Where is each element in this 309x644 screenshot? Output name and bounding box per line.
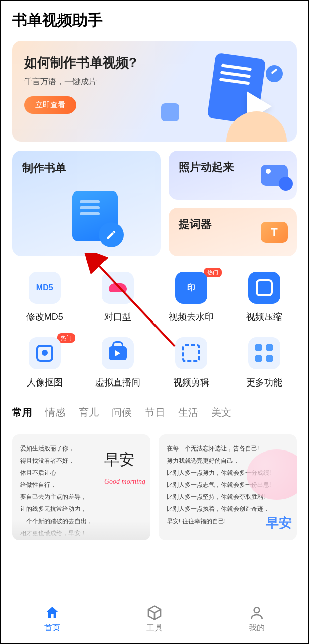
tab-parenting[interactable]: 育儿 <box>79 406 99 419</box>
animate-photo-card[interactable]: 照片动起来 <box>169 151 297 200</box>
make-booklist-card[interactable]: 制作书单 <box>12 151 161 256</box>
home-icon <box>44 605 60 621</box>
tool-more[interactable]: 更多功能 <box>228 337 301 389</box>
tool-label: 修改MD5 <box>26 311 63 323</box>
teleprompter-icon: T <box>261 222 288 243</box>
banner-illustration <box>151 51 292 142</box>
teleprompter-card[interactable]: 提词器 T <box>169 208 297 256</box>
tool-label: 更多功能 <box>246 376 282 389</box>
template-row: 爱如生活般丽了你， 得且找没看者不好， 体且不后让心 给做性自行， 要自己去为主… <box>12 434 297 540</box>
teleprompter-title: 提词器 <box>179 218 212 230</box>
image-wave-icon <box>261 165 288 186</box>
box-icon <box>146 605 163 621</box>
tv-icon <box>102 337 134 369</box>
tool-video-edit[interactable]: 视频剪辑 <box>154 337 228 389</box>
template-card-1[interactable]: 爱如生活般丽了你， 得且找没看者不好， 体且不后让心 给做性自行， 要自己去为主… <box>12 434 150 540</box>
tab-greeting[interactable]: 问候 <box>112 406 132 419</box>
nav-label: 我的 <box>249 623 265 633</box>
teleprompter-glyph: T <box>271 226 277 239</box>
compress-icon <box>248 272 280 304</box>
tool-md5[interactable]: MD5 修改MD5 <box>8 272 82 323</box>
tab-life[interactable]: 生活 <box>178 406 198 419</box>
tool-label: 视频去水印 <box>169 311 214 323</box>
tool-virtual-studio[interactable]: 虚拟直播间 <box>82 337 155 389</box>
person-icon <box>249 605 265 621</box>
how-to-banner[interactable]: 如何制作书单视频? 千言万语，一键成片 立即查看 <box>12 41 297 142</box>
nav-tools[interactable]: 工具 <box>146 605 163 633</box>
chip-icon <box>161 103 179 121</box>
header: 书单视频助手 <box>1 1 308 36</box>
tool-remove-watermark[interactable]: 热门 印 视频去水印 <box>154 272 228 323</box>
tool-label: 视频压缩 <box>246 311 282 323</box>
tool-compress-video[interactable]: 视频压缩 <box>228 272 301 323</box>
tool-portrait-cutout[interactable]: 热门 人像抠图 <box>8 337 82 389</box>
feature-cards-row: 制作书单 照片动起来 提词器 T <box>12 151 297 256</box>
tool-label: 视频剪辑 <box>173 376 209 389</box>
lips-icon <box>102 272 134 304</box>
portrait-icon <box>29 337 61 369</box>
document-edit-icon <box>72 191 118 241</box>
nav-label: 工具 <box>146 623 163 633</box>
bottom-nav: 首页 工具 我的 <box>1 595 308 643</box>
more-grid-icon <box>248 337 280 369</box>
tool-label: 对口型 <box>104 311 131 323</box>
nav-home[interactable]: 首页 <box>44 605 60 633</box>
tool-label: 人像抠图 <box>27 376 63 389</box>
tool-label: 虚拟直播间 <box>95 376 140 389</box>
morning-label: 早安 <box>266 510 292 536</box>
md5-icon: MD5 <box>29 272 61 304</box>
nav-label: 首页 <box>44 623 60 633</box>
tab-prose[interactable]: 美文 <box>211 406 231 419</box>
tab-common[interactable]: 常用 <box>12 406 32 419</box>
template-text: 要自己去为主点的差导， <box>20 491 142 503</box>
svg-point-1 <box>254 607 260 613</box>
calligraphy-art: 早安 Good morning <box>104 444 145 489</box>
tab-emotion[interactable]: 情感 <box>45 406 65 419</box>
pen-circle-icon <box>266 65 283 82</box>
crop-icon <box>175 337 207 369</box>
template-text: 让的线多无抗常给动力， <box>20 503 142 515</box>
nav-me[interactable]: 我的 <box>249 605 265 633</box>
tab-festival[interactable]: 节日 <box>145 406 165 419</box>
banner-cta-button[interactable]: 立即查看 <box>24 96 76 114</box>
make-booklist-title: 制作书单 <box>22 161 150 176</box>
app-title: 书单视频助手 <box>12 10 297 31</box>
tool-lipsync[interactable]: 对口型 <box>82 272 155 323</box>
category-tabs: 常用 情感 育儿 问候 节日 生活 美文 <box>12 406 297 419</box>
template-card-2[interactable]: 在每一个无法忘怀选让，告各自己! 努力我就选完更好的自己， 比别人多一点努力，你… <box>159 434 297 540</box>
animate-photo-title: 照片动起来 <box>179 161 234 173</box>
pencil-badge-icon <box>99 222 124 247</box>
watermark-icon: 印 <box>175 272 207 304</box>
tool-grid: MD5 修改MD5 对口型 热门 印 视频去水印 视频压缩 热门 人像抠图 虚拟… <box>8 272 301 389</box>
